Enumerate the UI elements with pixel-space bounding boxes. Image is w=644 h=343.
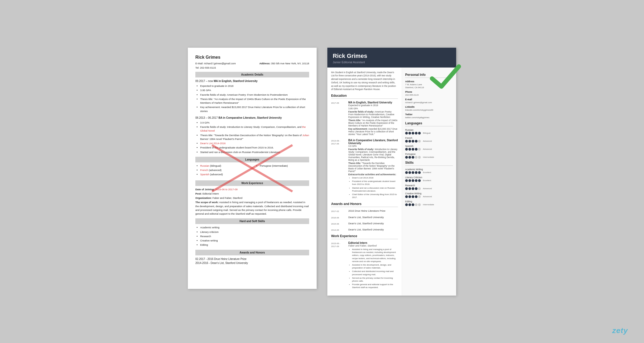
dot (418, 187, 421, 190)
left-lang-col2: Portugese (intermediate) (255, 164, 309, 178)
dot (412, 195, 414, 198)
dot (415, 132, 418, 135)
right-edu-2-ex3: Started and ran a discussion club on Rus… (352, 187, 398, 192)
right-edu-1-d2: 3.95 GPA (348, 107, 398, 110)
right-lang-russian-name: Russian (405, 129, 453, 131)
right-pi-email-value: richard.f.grimes@gmail.com (405, 101, 453, 104)
right-edu-2-ex1: Dean's List 2014-2016 (352, 176, 398, 179)
right-edu-2-dates: 2013-08 - 2017-06 (331, 139, 346, 199)
dot (408, 195, 411, 198)
left-edu-entry-1: 09.2017 – now MA in English, Stanford Un… (195, 79, 309, 113)
left-lang-french: French (advanced) (200, 168, 250, 172)
left-edu-1-b1: Expected to graduate in 2018 (200, 84, 309, 88)
right-skill-ed-level: Intermediate (423, 203, 434, 206)
left-award-1: 02.2017 - 2016 Drue Heinz Literature Pri… (195, 257, 309, 261)
dot (415, 203, 418, 206)
left-skill-1: Academic writing (200, 226, 309, 229)
right-award-3-date: 2015-06 (331, 222, 346, 225)
right-edu-section-title: Education (331, 94, 398, 99)
right-lang-portugese-name: Portugese (405, 153, 453, 155)
right-pi-phone: Phone 202-555-0115 (405, 91, 453, 96)
dot (415, 195, 418, 198)
right-work-company: Faber and Faber, Stanford (348, 244, 398, 247)
right-work-title: Editorial Intern (348, 241, 398, 244)
left-lang-list1: Russian (bilingual) French (advanced) Sp… (200, 164, 250, 177)
left-skills-list: Academic writing Literary criticism Rese… (200, 226, 309, 247)
left-edu-2-b6: Started and ran a discussion club on Rus… (200, 150, 309, 154)
right-lang-portugese-level: Intermediate (423, 156, 434, 158)
dot (408, 171, 411, 174)
right-edu-1-content: MA in English, Stanford University Expec… (348, 101, 398, 136)
right-resume-header: Rick Grimes Junior Editorial Assistant (327, 48, 456, 68)
right-pi-email: E-mail richard.f.grimes@gmail.com (405, 98, 453, 104)
right-lang-french-dots (405, 140, 421, 143)
right-lang-portugese: Portugese Intermediate (405, 153, 453, 159)
right-lang-french-level: Advanced (423, 140, 432, 142)
right-work-b4: Served as the primary contact for incomi… (352, 277, 398, 282)
right-lang-russian-bar: Bilingual (405, 132, 453, 135)
left-languages-cols: Russian (bilingual) French (advanced) Sp… (195, 164, 309, 178)
left-edu-2-b2: Favorite fields of study: Introduction t… (200, 125, 309, 133)
left-work-entry: Date of Joining: 2015-06 to 2017-09 Post… (195, 188, 309, 216)
left-award-2: 2014-2016 - Dean's List, Stanford Univer… (195, 261, 309, 265)
left-skills-entry: Academic writing Literary criticism Rese… (195, 226, 309, 247)
right-skill-aw-level: Excellent (423, 171, 431, 174)
right-lang-spanish-dots (405, 148, 421, 151)
left-edu-1-b4: Thesis title: "An Analysis of the Impact… (200, 97, 309, 105)
right-award-1: 2017-02 2016 Drue Heinz Literature Prize (331, 209, 398, 213)
right-summary: MA Student in English at Stanford Univer… (331, 71, 398, 91)
right-skill-ed-name: Editing (405, 200, 453, 203)
dot (418, 195, 421, 198)
right-edu-2-extra-label: Extracurricular activities and achieveme… (348, 173, 398, 176)
dot (418, 140, 421, 143)
right-award-2-date: 2016-06 (331, 216, 346, 219)
left-awards-entry: 02.2017 - 2016 Drue Heinz Literature Pri… (195, 257, 309, 265)
left-lang-list2: Portugese (intermediate) (260, 164, 309, 168)
right-edu-2-degree: BA in Comparative Litarature, Stanford U… (348, 139, 398, 145)
dot (412, 179, 414, 182)
left-lang-russian: Russian (bilingual) (200, 164, 250, 168)
right-edu-2-d1: Favorite fields of study: Introduction t… (348, 148, 398, 161)
email-label: E-Mail: (195, 62, 203, 65)
left-work-header: Work Experience (195, 180, 309, 186)
right-skill-aw-bar: Excellent (405, 171, 453, 174)
right-pi-linkedin-label: LinkedIn (405, 106, 453, 108)
right-award-4-date: 2014-06 (331, 228, 346, 232)
dot (415, 171, 418, 174)
left-work-post: Post: Editorial Intern (195, 192, 309, 196)
dot (405, 140, 408, 143)
left-resume-name: Rick Grimes (195, 54, 309, 61)
left-edu-1-b3: Favorite fields of study: American Poetr… (200, 93, 309, 97)
dot (415, 148, 418, 151)
right-skill-lc-name: Literary Criticism (405, 176, 453, 179)
left-edu-2-b1: 3.9 GPA (200, 121, 309, 125)
right-skill-res-bar: Advanced (405, 187, 453, 190)
right-lang-french-name: French (405, 137, 453, 139)
dot (405, 187, 408, 190)
right-work-section-title: Work Experience (331, 234, 398, 239)
left-tel: 202-555-0115 (200, 66, 216, 69)
dot (412, 203, 414, 206)
right-work-dates: 2015-06 - 2017-09 (331, 241, 346, 289)
right-skill-res-level: Advanced (423, 187, 432, 190)
right-pi-linkedin: LinkedIn linkedin.com/in/rickygrimes93 (405, 106, 453, 111)
right-pi-linkedin-value: linkedin.com/in/rickygrimes93 (405, 109, 453, 111)
dot (418, 148, 421, 151)
right-skill-cw-bar: Advanced (405, 195, 453, 198)
left-address-line: Address: 350 5th Ave New York, NY, 10118 (259, 62, 309, 65)
right-resume-name: Rick Grimes (333, 53, 451, 59)
left-contact-row1: E-Mail: richard.f.grimes@gmail.com Addre… (195, 62, 309, 65)
left-work-scope: The scope of work: Assisted in hiring an… (195, 200, 309, 216)
right-resume-subtitle: Junior Editorial Assistant (333, 61, 451, 64)
left-email-line: E-Mail: richard.f.grimes@gmail.com (195, 62, 236, 65)
left-skill-2: Literary criticism (200, 230, 309, 234)
right-award-1-date: 2017-02 (331, 209, 346, 213)
dot (412, 148, 414, 151)
dot (412, 156, 414, 159)
dot (408, 132, 411, 135)
right-pi-email-label: E-mail (405, 98, 453, 101)
dot (415, 179, 418, 182)
right-award-2-content: Dean's List, Stanford University (348, 216, 398, 219)
right-edu-2-ex4: Chief Editor of the University Blog from… (352, 193, 398, 199)
left-edu-2-degree: BA in Comparative Literature, Stanford U… (218, 116, 282, 119)
